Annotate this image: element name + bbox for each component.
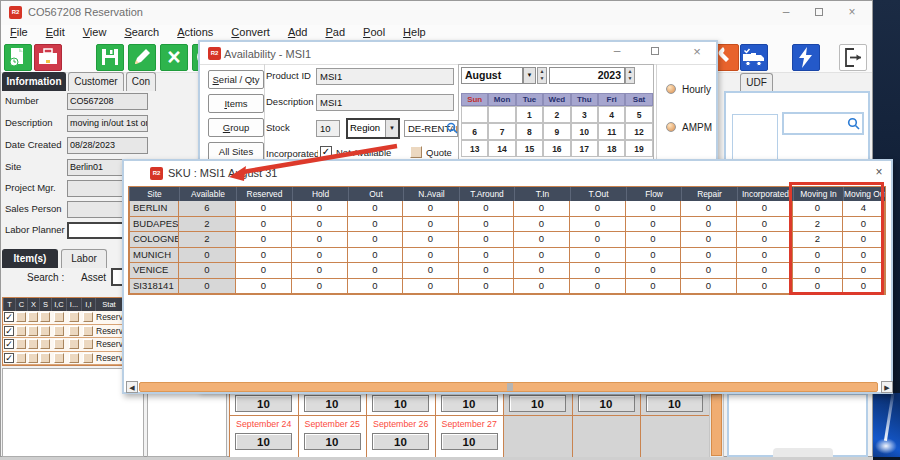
calendar-day-19[interactable]: 19 (625, 140, 652, 157)
item-checked-checkbox[interactable]: ✓ (4, 339, 14, 349)
table-row-berlin[interactable]: BERLIN6000000000004 (129, 201, 885, 217)
schedule-vscrollbar[interactable] (709, 392, 724, 458)
sku-close-button[interactable]: × (869, 165, 889, 181)
item-checked-checkbox[interactable]: ✓ (4, 326, 14, 336)
dispatch-truck-icon[interactable] (740, 44, 768, 71)
item-flag-checkbox[interactable] (28, 312, 38, 322)
item-flag-checkbox[interactable] (28, 326, 38, 336)
table-row-budapest[interactable]: BUDAPEST2000000000020 (129, 217, 885, 233)
column-site[interactable]: Site (129, 187, 179, 201)
month-dropdown-icon[interactable]: ▼ (523, 67, 536, 84)
lightning-icon[interactable] (792, 44, 820, 71)
column-t-around[interactable]: T.Around (459, 187, 514, 201)
menu-file[interactable]: File (1, 25, 37, 38)
column-out[interactable]: Out (348, 187, 403, 201)
item-checked-checkbox[interactable]: ✓ (4, 312, 14, 322)
quantity-box[interactable]: 10 (372, 395, 429, 412)
item-flag-checkbox[interactable] (69, 353, 79, 363)
quantity-box[interactable]: 10 (646, 395, 703, 412)
item-flag-checkbox[interactable] (40, 353, 50, 363)
tab-items[interactable]: Item(s) (2, 249, 58, 268)
item-flag-checkbox[interactable] (16, 339, 26, 349)
year-spinner[interactable]: ▲▼ (625, 67, 635, 84)
tab-customer[interactable]: Customer (68, 72, 124, 91)
save-icon[interactable] (96, 44, 124, 71)
nav-serial-qty[interactable]: Serial / Qty (208, 70, 264, 89)
item-flag-checkbox[interactable] (54, 339, 64, 349)
hourly-radio[interactable] (666, 84, 676, 94)
nav-items[interactable]: Items (208, 94, 264, 113)
quantity-box[interactable]: 10 (509, 395, 566, 412)
item-flag-checkbox[interactable] (16, 326, 26, 336)
field-input-date-created[interactable]: 08/28/2023 (67, 137, 148, 154)
product-id-field[interactable]: MSI1 (316, 68, 454, 85)
item-flag-checkbox[interactable] (83, 353, 93, 363)
calendar-day-15[interactable]: 15 (516, 140, 543, 157)
exit-icon[interactable] (839, 44, 867, 71)
quantity-box[interactable]: 10 (578, 395, 635, 412)
item-flag-checkbox[interactable] (83, 326, 93, 336)
ampm-radio[interactable] (666, 122, 676, 132)
calendar-day-4[interactable]: 4 (598, 106, 625, 123)
item-flag-checkbox[interactable] (40, 339, 50, 349)
calendar-day-8[interactable]: 8 (516, 123, 543, 140)
calendar-day-11[interactable]: 11 (598, 123, 625, 140)
chevron-down-icon[interactable]: ▼ (385, 120, 398, 137)
calendar-day-7[interactable]: 7 (488, 123, 515, 140)
item-row[interactable]: ✓Reserved (3, 325, 122, 339)
quantity-box[interactable]: 10 (441, 433, 498, 450)
calendar-day-14[interactable]: 14 (488, 140, 515, 157)
quantity-box[interactable]: 10 (235, 433, 292, 450)
menu-pad[interactable]: Pad (316, 25, 354, 38)
item-flag-checkbox[interactable] (69, 339, 79, 349)
calendar-day-2[interactable]: 2 (543, 106, 570, 123)
column-incorporated[interactable]: Incorporated (737, 187, 793, 201)
menu-convert[interactable]: Convert (222, 25, 279, 38)
maximize-button[interactable] (804, 4, 834, 22)
item-flag-checkbox[interactable] (54, 353, 64, 363)
calendar-day-3[interactable]: 3 (571, 106, 598, 123)
description-field[interactable]: MSI1 (316, 94, 454, 111)
quantity-box[interactable]: 10 (235, 395, 292, 412)
column-flow[interactable]: Flow (626, 187, 681, 201)
calendar-day-16[interactable]: 16 (543, 140, 570, 157)
calendar-day-17[interactable]: 17 (571, 140, 598, 157)
table-row-cologne[interactable]: COLOGNE2000000000020 (129, 232, 885, 248)
column-repair[interactable]: Repair (681, 187, 737, 201)
calendar-month[interactable]: August (461, 67, 523, 84)
region-search-icon[interactable] (446, 122, 458, 134)
calendar-year[interactable]: 2023 (549, 67, 625, 84)
table-row-munich[interactable]: MUNICH0000000000000 (129, 248, 885, 264)
table-row-si318141[interactable]: SI3181410000000000000 (129, 279, 885, 295)
tab-con[interactable]: Con (126, 72, 156, 91)
quantity-box[interactable]: 10 (304, 395, 361, 412)
calendar-day-12[interactable]: 12 (625, 123, 652, 140)
new-document-icon[interactable] (4, 44, 32, 71)
field-input-number[interactable]: CO567208 (67, 93, 148, 110)
month-spinner[interactable]: ▲▼ (537, 67, 547, 84)
edit-pencil-icon[interactable] (128, 44, 156, 71)
dialog-minimize-button[interactable]: – (604, 43, 630, 61)
item-flag-checkbox[interactable] (16, 353, 26, 363)
menu-actions[interactable]: Actions (168, 25, 222, 38)
stock-field[interactable]: 10 (316, 120, 340, 137)
menu-search[interactable]: Search (115, 25, 168, 38)
scroll-left-icon[interactable]: ◀ (126, 381, 138, 393)
calendar-day-10[interactable]: 10 (571, 123, 598, 140)
close-button[interactable]: × (837, 4, 867, 22)
calendar-day-1[interactable]: 1 (516, 106, 543, 123)
calendar-day-9[interactable]: 9 (543, 123, 570, 140)
menu-add[interactable]: Add (279, 25, 317, 38)
not-available-checkbox[interactable]: ✓ (320, 146, 332, 158)
item-flag-checkbox[interactable] (40, 326, 50, 336)
menu-help[interactable]: Help (394, 25, 435, 38)
column-reserved[interactable]: Reserved (236, 187, 292, 201)
tab-udf[interactable]: UDF (740, 73, 773, 91)
dialog-maximize-button[interactable] (642, 43, 668, 61)
column-t-in[interactable]: T.In (514, 187, 570, 201)
item-row[interactable]: ✓Reserved (3, 352, 122, 366)
tab-labor[interactable]: Labor (61, 249, 107, 268)
udf-search-box[interactable] (782, 112, 864, 135)
calendar-day-18[interactable]: 18 (598, 140, 625, 157)
item-flag-checkbox[interactable] (40, 312, 50, 322)
